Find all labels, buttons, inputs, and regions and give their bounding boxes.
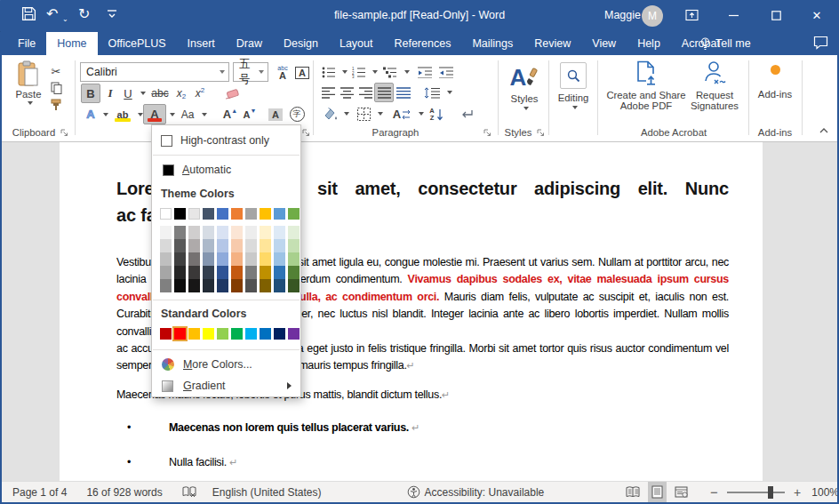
borders-button[interactable] [352,104,375,124]
tell-me-button[interactable]: Tell me [691,32,760,55]
standard-color-swatch[interactable] [217,328,228,340]
theme-variant-swatch[interactable] [245,266,257,279]
theme-color-swatch[interactable] [288,208,300,220]
theme-variant-swatch[interactable] [274,239,285,252]
underline-button[interactable]: U [119,84,137,103]
web-layout-button[interactable] [672,482,691,503]
cut-button[interactable]: ✂ [46,62,66,80]
high-contrast-checkbox[interactable] [161,135,172,147]
theme-color-swatch[interactable] [274,208,285,220]
theme-variant-swatch[interactable] [260,239,271,252]
theme-variant-swatch[interactable] [231,252,243,266]
tab-view[interactable]: View [581,32,627,55]
standard-color-swatch[interactable] [288,328,300,340]
zoom-out-button[interactable]: − [710,484,718,500]
theme-variant-swatch[interactable] [203,279,214,292]
comments-icon[interactable] [813,36,828,50]
line-spacing-dropdown-icon[interactable] [447,91,452,94]
tab-draw[interactable]: Draw [226,32,273,55]
theme-color-swatch[interactable] [231,208,243,220]
theme-variant-swatch[interactable] [260,252,271,266]
clear-formatting-button[interactable] [220,84,244,103]
account-name[interactable]: Maggie [604,9,641,21]
theme-variant-swatch[interactable] [288,279,300,292]
font-color-dropdown-icon[interactable] [170,113,175,116]
increase-indent-button[interactable] [435,62,457,82]
tab-mailings[interactable]: Mailings [461,32,523,55]
theme-variant-swatch[interactable] [288,252,300,266]
tab-layout[interactable]: Layout [329,32,384,55]
theme-variant-swatch[interactable] [288,239,300,252]
maximize-button[interactable] [764,5,787,25]
theme-variant-swatch[interactable] [174,226,186,239]
ribbon-display-options-icon[interactable] [680,5,703,25]
theme-variant-swatch[interactable] [260,279,271,292]
tab-references[interactable]: References [383,32,461,55]
theme-color-swatch[interactable] [203,208,214,220]
standard-color-swatch[interactable] [174,328,186,340]
theme-variant-swatch[interactable] [203,226,214,239]
theme-variant-swatch[interactable] [203,252,214,266]
theme-variant-swatch[interactable] [160,266,172,279]
page-indicator[interactable]: Page 1 of 4 [12,486,67,499]
theme-variant-swatch[interactable] [274,279,285,292]
print-layout-button[interactable] [648,482,667,503]
theme-variant-swatch[interactable] [160,226,172,239]
theme-variant-swatch[interactable] [231,226,243,239]
theme-variant-swatch[interactable] [188,279,200,292]
format-painter-button[interactable] [46,96,66,114]
subscript-button[interactable]: x2 [172,84,191,103]
create-share-pdf-button[interactable]: Create and Share Adobe PDF [604,60,688,111]
align-left-button[interactable] [318,83,338,102]
theme-color-swatch[interactable] [188,208,200,220]
theme-variant-swatch[interactable] [245,279,257,292]
show-hide-marks-button[interactable] [455,104,478,124]
theme-variant-swatch[interactable] [217,279,228,292]
theme-color-swatch[interactable] [217,208,228,220]
tab-help[interactable]: Help [627,32,671,55]
clipboard-dialog-launcher-icon[interactable] [60,129,68,137]
styles-dialog-launcher-icon[interactable] [537,129,545,137]
theme-variant-swatch[interactable] [231,279,243,292]
more-colors-menu-item[interactable]: More Colors... [152,354,300,375]
theme-color-swatch[interactable] [174,208,186,220]
proofing-icon[interactable] [182,486,196,498]
sort-button[interactable]: AZ [425,104,448,124]
collapse-ribbon-icon[interactable] [814,123,834,139]
standard-color-swatch[interactable] [245,328,257,340]
theme-variant-swatch[interactable] [260,226,271,239]
theme-color-swatch[interactable] [260,208,271,220]
theme-variant-swatch[interactable] [188,239,200,252]
highlight-color-button[interactable]: ab [110,104,135,124]
zoom-slider[interactable] [727,492,785,493]
accessibility-status[interactable]: Accessibility: Unavailable [425,486,545,499]
theme-variant-swatch[interactable] [203,239,214,252]
word-count[interactable]: 16 of 928 words [86,486,162,499]
standard-color-swatch[interactable] [188,328,200,340]
theme-variant-swatch[interactable] [217,266,228,279]
enclose-characters-button[interactable]: 字 [286,104,308,124]
grow-font-button[interactable]: A▲ [220,104,240,124]
numbering-button[interactable]: 123 [348,62,370,82]
phonetic-guide-button[interactable]: abcA [272,62,293,84]
theme-variant-swatch[interactable] [174,239,186,252]
minimize-button[interactable] [722,5,745,25]
change-case-dropdown-icon[interactable] [202,113,207,116]
request-signatures-button[interactable]: Request Signatures [686,60,743,111]
standard-color-swatch[interactable] [260,328,271,340]
theme-variant-swatch[interactable] [245,226,257,239]
theme-variant-swatch[interactable] [174,266,186,279]
theme-variant-swatch[interactable] [245,239,257,252]
character-border-button[interactable]: A [292,62,312,84]
document-area[interactable]: Lorem ipsum dolor sit amet, consectetur … [0,142,839,481]
tab-review[interactable]: Review [523,32,581,55]
theme-variant-swatch[interactable] [274,226,285,239]
high-contrast-menu-item[interactable]: High-contrast only [152,130,300,151]
theme-variant-swatch[interactable] [188,266,200,279]
editing-button[interactable]: Editing [553,62,594,109]
theme-variant-swatch[interactable] [160,239,172,252]
paragraph-dialog-launcher-icon[interactable] [483,129,491,137]
standard-color-swatch[interactable] [231,328,243,340]
theme-variant-swatch[interactable] [160,252,172,266]
bullets-button[interactable] [318,62,340,82]
